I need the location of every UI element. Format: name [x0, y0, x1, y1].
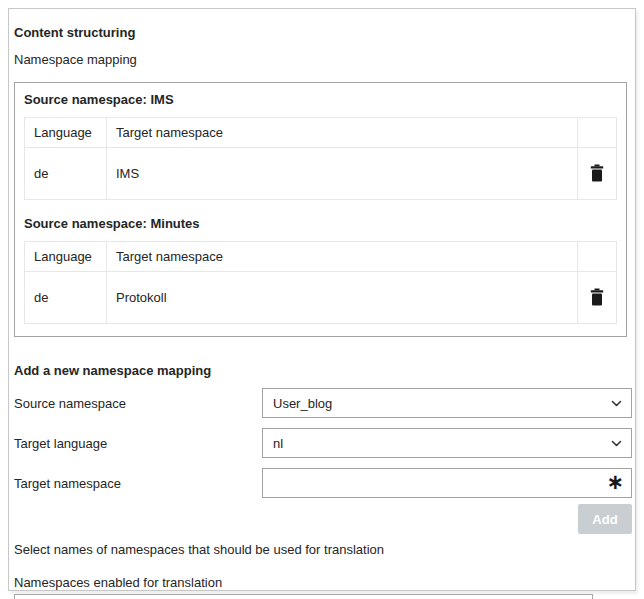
column-header-target-namespace: Target namespace: [107, 118, 578, 148]
section-label-namespace-mapping: Namespace mapping: [14, 52, 632, 67]
column-header-actions: [578, 242, 617, 272]
cell-actions: [578, 272, 617, 324]
column-header-target-namespace: Target namespace: [107, 242, 578, 272]
table-header-row: Language Target namespace: [25, 242, 617, 272]
chevron-down-icon: [610, 397, 623, 410]
mapping-group-heading: Source namespace: IMS: [24, 92, 617, 107]
target-language-select[interactable]: nl: [262, 428, 632, 458]
cell-target-namespace: IMS: [107, 148, 578, 200]
source-namespace-label: Source namespace: [14, 396, 262, 411]
form-row-source-namespace: Source namespace User_blog: [14, 388, 632, 418]
mapping-group-heading: Source namespace: Minutes: [24, 216, 617, 231]
cell-target-namespace: Protokoll: [107, 272, 578, 324]
chevron-down-icon: [610, 437, 623, 450]
table-row: de Protokoll: [25, 272, 617, 324]
column-header-language: Language: [25, 118, 107, 148]
target-namespace-input[interactable]: [262, 468, 632, 498]
source-namespace-select[interactable]: User_blog: [262, 388, 632, 418]
add-form-help-text: Select names of namespaces that should b…: [14, 542, 632, 557]
column-header-language: Language: [25, 242, 107, 272]
table-header-row: Language Target namespace: [25, 118, 617, 148]
namespace-mapping-table: Language Target namespace de Protokoll: [24, 241, 617, 324]
page-title: Content structuring: [14, 25, 632, 40]
target-namespace-label: Target namespace: [14, 476, 262, 491]
add-mapping-heading: Add a new namespace mapping: [14, 363, 632, 378]
column-header-actions: [578, 118, 617, 148]
enabled-namespaces-tag-input[interactable]: (Main) ✕ IMS ✕ Product ✕: [14, 594, 593, 599]
add-button[interactable]: Add: [578, 504, 632, 534]
delete-mapping-button[interactable]: [587, 286, 607, 308]
namespace-mapping-group: Source namespace: IMS Language Target na…: [14, 82, 627, 337]
trash-icon: [589, 170, 605, 185]
source-namespace-selected-value: User_blog: [273, 396, 332, 411]
trash-icon: [589, 294, 605, 309]
cell-language: de: [25, 148, 107, 200]
cell-language: de: [25, 272, 107, 324]
target-language-label: Target language: [14, 436, 262, 451]
enabled-namespaces-label: Namespaces enabled for translation: [14, 575, 632, 590]
form-row-target-namespace: Target namespace ∗: [14, 468, 632, 498]
settings-panel: Content structuring Namespace mapping So…: [8, 8, 636, 591]
form-row-target-language: Target language nl: [14, 428, 632, 458]
delete-mapping-button[interactable]: [587, 162, 607, 184]
table-row: de IMS: [25, 148, 617, 200]
cell-actions: [578, 148, 617, 200]
target-language-selected-value: nl: [273, 436, 283, 451]
namespace-mapping-table: Language Target namespace de IMS: [24, 117, 617, 200]
